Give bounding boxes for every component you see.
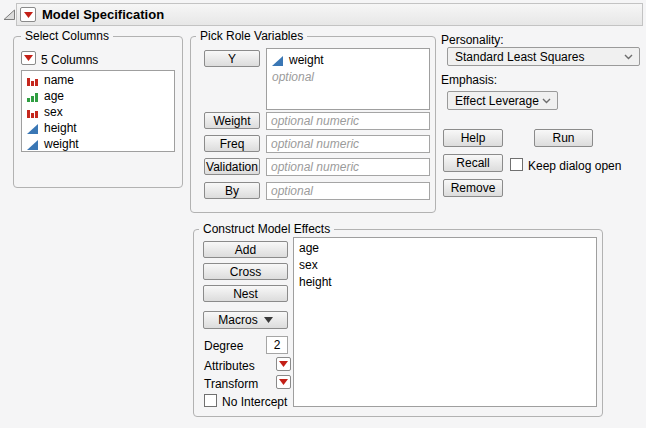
personality-value: Standard Least Squares: [455, 50, 584, 64]
continuous-column-icon: [26, 138, 39, 151]
list-item[interactable]: height: [22, 120, 174, 136]
model-specification-dialog: Model Specification Select Columns 5 Col…: [0, 0, 646, 428]
dropdown-triangle-icon: [264, 317, 273, 323]
disclosure-triangle-icon[interactable]: [3, 9, 16, 21]
column-name: name: [44, 74, 74, 87]
emphasis-dropdown[interactable]: Effect Leverage: [447, 91, 558, 110]
macros-label: Macros: [218, 313, 257, 327]
transform-label: Transform: [204, 377, 258, 391]
keep-dialog-open-label: Keep dialog open: [528, 159, 621, 173]
validation-role-button[interactable]: Validation: [204, 158, 260, 175]
columns-list[interactable]: name age sex height weight: [21, 70, 175, 152]
validation-role-input[interactable]: [266, 158, 430, 176]
pick-role-variables-legend: Pick Role Variables: [196, 29, 307, 43]
red-triangle-icon: [24, 55, 33, 61]
continuous-column-icon: [26, 122, 39, 135]
continuous-column-icon: [271, 54, 284, 67]
y-assigned-item[interactable]: weight: [267, 51, 429, 69]
nominal-column-icon: [26, 74, 39, 87]
ordinal-column-icon: [26, 90, 39, 103]
effect-item[interactable]: height: [294, 274, 596, 291]
help-button[interactable]: Help: [443, 129, 503, 147]
effect-item[interactable]: age: [294, 240, 596, 257]
attributes-label: Attributes: [204, 359, 255, 373]
outline-header: Model Specification: [16, 3, 643, 26]
weight-role-button[interactable]: Weight: [204, 112, 260, 129]
emphasis-label: Emphasis:: [441, 73, 497, 87]
column-name: sex: [44, 106, 63, 119]
remove-button[interactable]: Remove: [443, 179, 503, 197]
keep-dialog-open-checkbox[interactable]: [510, 158, 523, 171]
personality-dropdown[interactable]: Standard Least Squares: [447, 47, 640, 66]
list-item[interactable]: weight: [22, 136, 174, 152]
chevron-down-icon: [624, 54, 633, 60]
red-triangle-icon: [279, 379, 288, 385]
construct-model-effects-legend: Construct Model Effects: [199, 222, 334, 236]
nest-button[interactable]: Nest: [203, 285, 288, 302]
attributes-menu-button[interactable]: [276, 357, 291, 371]
nominal-column-icon: [26, 106, 39, 119]
column-name: age: [44, 90, 64, 103]
list-item[interactable]: age: [22, 88, 174, 104]
degree-label: Degree: [204, 339, 243, 353]
y-optional-placeholder: optional: [267, 69, 429, 86]
y-role-button[interactable]: Y: [204, 50, 260, 67]
by-role-input[interactable]: [266, 182, 430, 200]
model-effects-list[interactable]: age sex height: [293, 237, 597, 407]
no-intercept-checkbox[interactable]: [204, 394, 217, 407]
add-button[interactable]: Add: [203, 241, 288, 258]
column-name: weight: [44, 138, 79, 151]
personality-label: Personality:: [441, 33, 504, 47]
cross-button[interactable]: Cross: [203, 263, 288, 280]
list-item[interactable]: sex: [22, 104, 174, 120]
red-triangle-menu-button[interactable]: [20, 7, 36, 22]
red-triangle-icon: [24, 12, 33, 18]
emphasis-value: Effect Leverage: [455, 94, 539, 108]
freq-role-input[interactable]: [266, 135, 430, 153]
by-role-button[interactable]: By: [204, 182, 260, 199]
transform-menu-button[interactable]: [276, 375, 291, 389]
y-role-list[interactable]: weight optional: [266, 48, 430, 110]
red-triangle-icon: [279, 361, 288, 367]
recall-button[interactable]: Recall: [443, 154, 503, 172]
y-assigned-name: weight: [289, 54, 324, 67]
no-intercept-label: No Intercept: [222, 395, 287, 409]
freq-role-button[interactable]: Freq: [204, 135, 260, 152]
effect-item[interactable]: sex: [294, 257, 596, 274]
page-title: Model Specification: [42, 7, 164, 22]
run-button[interactable]: Run: [534, 129, 593, 147]
list-item[interactable]: name: [22, 72, 174, 88]
macros-button[interactable]: Macros: [203, 311, 288, 329]
degree-input[interactable]: [266, 336, 288, 354]
columns-menu-button[interactable]: [21, 51, 36, 65]
columns-count-label: 5 Columns: [41, 53, 98, 67]
column-name: height: [44, 122, 77, 135]
chevron-down-icon: [542, 98, 551, 104]
select-columns-legend: Select Columns: [21, 29, 113, 43]
weight-role-input[interactable]: [266, 112, 430, 130]
